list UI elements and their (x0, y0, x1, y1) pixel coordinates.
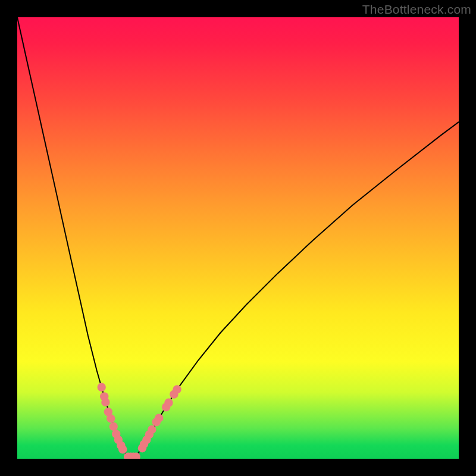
scatter-dot (107, 414, 115, 422)
scatter-dot (109, 422, 118, 431)
scatter-dot (173, 385, 181, 393)
scatter-dot (164, 399, 173, 407)
chart-frame: TheBottleneck.com (0, 0, 476, 476)
curve-left-branch (17, 17, 130, 458)
scatter-dot (155, 414, 163, 422)
curve-right-branch (133, 122, 459, 458)
scatter-dot (118, 445, 127, 453)
watermark-text: TheBottleneck.com (362, 2, 471, 17)
plot-area (17, 17, 459, 459)
plot-svg (17, 17, 459, 459)
scatter-dot (148, 425, 156, 434)
scatter-dot (101, 398, 109, 406)
scatter-dot (98, 383, 106, 392)
scatter-dots (98, 383, 181, 459)
